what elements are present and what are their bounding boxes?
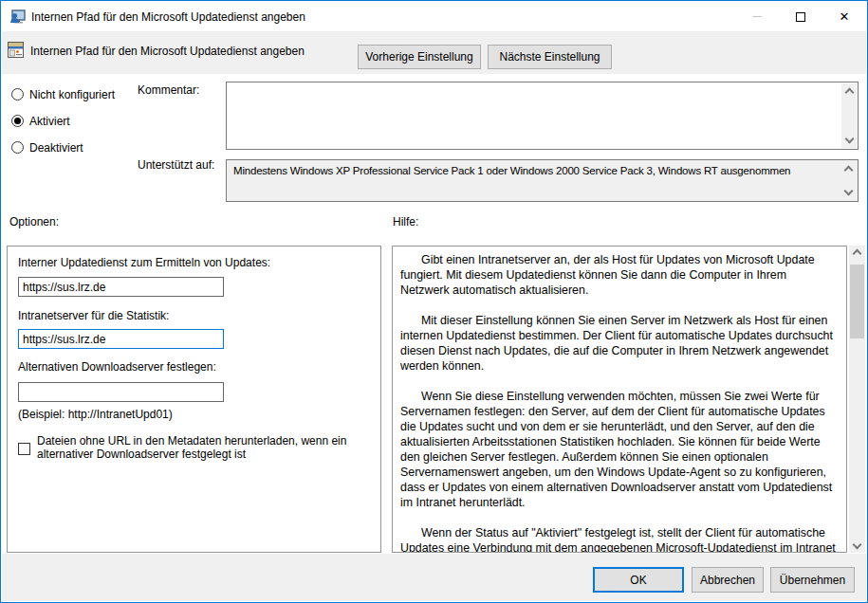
help-paragraph: Wenn Sie diese Einstellung verwenden möc… xyxy=(400,389,839,510)
radio-circle[interactable] xyxy=(11,88,24,100)
help-scrollbar[interactable] xyxy=(849,246,865,553)
setting-title: Internen Pfad für den Microsoft Updatedi… xyxy=(30,45,305,58)
help-panel: Gibt einen Intranetserver an, der als Ho… xyxy=(392,246,847,553)
maximize-icon xyxy=(796,12,805,22)
help-text: Gibt einen Intranetserver an, der als Ho… xyxy=(400,252,839,553)
scroll-down-icon[interactable] xyxy=(849,538,865,552)
radio-circle[interactable] xyxy=(11,141,24,154)
minimize-button[interactable] xyxy=(735,2,779,31)
alternate-download-label: Alternativen Downloadserver festlegen: xyxy=(18,360,216,374)
download-files-checkbox-label: Dateien ohne URL in den Metadaten herunt… xyxy=(37,435,379,461)
comment-textarea[interactable] xyxy=(226,82,859,150)
policy-setting-icon xyxy=(8,42,24,58)
apply-button[interactable]: Übernehmen xyxy=(770,567,855,593)
titlebar: Internen Pfad für den Microsoft Updatedi… xyxy=(2,2,866,31)
setting-header: Internen Pfad für den Microsoft Updatedi… xyxy=(2,31,866,74)
radio-label: Nicht konfiguriert xyxy=(29,88,115,101)
scroll-up-icon[interactable] xyxy=(841,85,857,100)
radio-label: Aktiviert xyxy=(29,115,70,128)
scroll-up-icon[interactable] xyxy=(849,247,865,261)
options-section-label: Optionen: xyxy=(9,215,59,228)
alternate-download-input[interactable] xyxy=(18,382,224,402)
policy-setting-dialog: Internen Pfad für den Microsoft Updatedi… xyxy=(0,0,868,603)
close-icon: ✕ xyxy=(840,10,850,23)
help-paragraph: Gibt einen Intranetserver an, der als Ho… xyxy=(400,252,839,298)
scroll-down-icon[interactable] xyxy=(840,184,857,198)
help-section-label: Hilfe: xyxy=(393,215,418,228)
example-text: (Beispiel: http://IntranetUpd01) xyxy=(18,408,173,421)
comment-label: Kommentar: xyxy=(138,83,199,97)
scroll-down-icon[interactable] xyxy=(841,132,857,146)
update-service-label: Interner Updatedienst zum Ermitteln von … xyxy=(18,256,270,269)
supported-scrollbar[interactable] xyxy=(840,161,857,200)
previous-setting-button[interactable]: Vorherige Einstellung xyxy=(358,45,481,69)
gpedit-computer-icon xyxy=(9,9,26,25)
options-panel: Interner Updatedienst zum Ermitteln von … xyxy=(7,246,381,553)
radio-circle[interactable] xyxy=(11,115,24,127)
supported-label: Unterstützt auf: xyxy=(138,158,214,172)
radio-label: Deaktiviert xyxy=(29,141,83,155)
dialog-content: Nicht konfiguriert Aktiviert Deaktiviert… xyxy=(2,74,866,554)
download-files-checkbox[interactable] xyxy=(18,443,30,455)
help-paragraph: Mit dieser Einstellung können Sie einen … xyxy=(400,313,839,374)
statistics-server-input[interactable] xyxy=(18,329,224,349)
next-setting-button[interactable]: Nächste Einstellung xyxy=(488,45,612,69)
supported-on-box: Mindestens Windows XP Professional Servi… xyxy=(226,159,859,202)
update-service-input[interactable] xyxy=(18,277,224,297)
window-title: Internen Pfad für den Microsoft Updatedi… xyxy=(31,10,305,24)
minimize-icon xyxy=(752,16,762,17)
scrollbar-thumb[interactable] xyxy=(850,265,864,338)
close-button[interactable]: ✕ xyxy=(822,2,866,31)
scroll-up-icon[interactable] xyxy=(840,163,857,177)
maximize-button[interactable] xyxy=(779,2,822,31)
ok-button[interactable]: OK xyxy=(593,567,684,593)
help-paragraph: Wenn der Status auf "Aktiviert" festgele… xyxy=(400,525,839,553)
supported-value: Mindestens Windows XP Professional Servi… xyxy=(233,165,835,176)
footer: OK Abbrechen Übernehmen xyxy=(2,554,866,601)
cancel-button[interactable]: Abbrechen xyxy=(692,567,764,593)
comment-scrollbar[interactable] xyxy=(840,83,857,148)
statistics-server-label: Intranetserver für die Statistik: xyxy=(18,309,169,322)
